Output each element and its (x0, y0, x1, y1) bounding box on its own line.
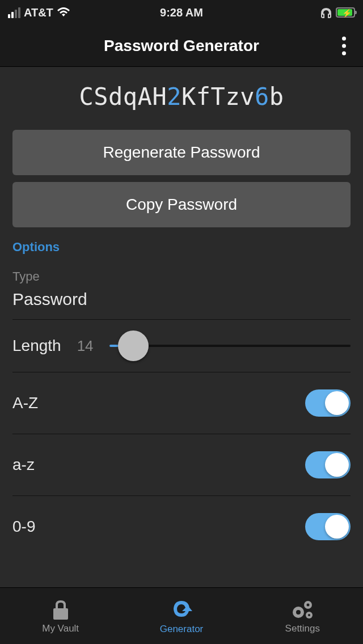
svg-point-5 (308, 614, 310, 616)
tab-generator[interactable]: Generator (121, 588, 242, 644)
uppercase-label: A-Z (12, 394, 38, 412)
page-title: Password Generator (104, 37, 259, 55)
tab-label-vault: My Vault (42, 623, 79, 634)
battery-icon: ⚡ (336, 7, 355, 18)
refresh-icon (170, 598, 193, 621)
more-menu-button[interactable] (337, 32, 351, 60)
signal-icon (8, 7, 20, 18)
type-label: Type (12, 269, 351, 284)
status-right: ⚡ (320, 7, 355, 18)
svg-point-3 (307, 603, 310, 606)
status-bar: AT&T 9:28 AM ⚡ (0, 0, 363, 25)
tab-label-generator: Generator (160, 624, 204, 635)
lock-icon (50, 598, 71, 621)
app-header: Password Generator (0, 25, 363, 67)
generated-password: CSdqAH2KfTzv6b (12, 67, 351, 130)
uppercase-row: A-Z (12, 372, 351, 434)
options-section-label: Options (12, 240, 351, 255)
tab-bar: My Vault Generator Settings (0, 587, 363, 644)
digits-toggle[interactable] (305, 513, 351, 540)
digits-row: 0-9 (12, 496, 351, 557)
status-left: AT&T (8, 6, 70, 19)
length-row: Length 14 (12, 320, 351, 372)
length-slider[interactable] (109, 334, 351, 357)
uppercase-toggle[interactable] (305, 389, 351, 417)
status-time: 9:28 AM (160, 6, 203, 19)
digits-label: 0-9 (12, 518, 35, 536)
lowercase-label: a-z (12, 456, 35, 474)
tab-my-vault[interactable]: My Vault (0, 588, 121, 644)
tab-label-settings: Settings (285, 623, 320, 634)
copy-button[interactable]: Copy Password (12, 182, 351, 227)
headphones-icon (320, 7, 332, 18)
regenerate-button[interactable]: Regenerate Password (12, 130, 351, 175)
carrier-label: AT&T (24, 6, 53, 19)
tab-settings[interactable]: Settings (242, 588, 363, 644)
length-label: Length (12, 337, 61, 355)
lowercase-toggle[interactable] (305, 451, 351, 478)
length-value: 14 (77, 337, 94, 355)
svg-point-1 (296, 610, 301, 615)
main-content: CSdqAH2KfTzv6b Regenerate Password Copy … (0, 67, 363, 587)
lowercase-row: a-z (12, 434, 351, 496)
type-value: Password (12, 290, 351, 309)
type-picker[interactable]: Type Password (12, 265, 351, 320)
wifi-icon (57, 7, 70, 18)
gears-icon (290, 598, 315, 621)
